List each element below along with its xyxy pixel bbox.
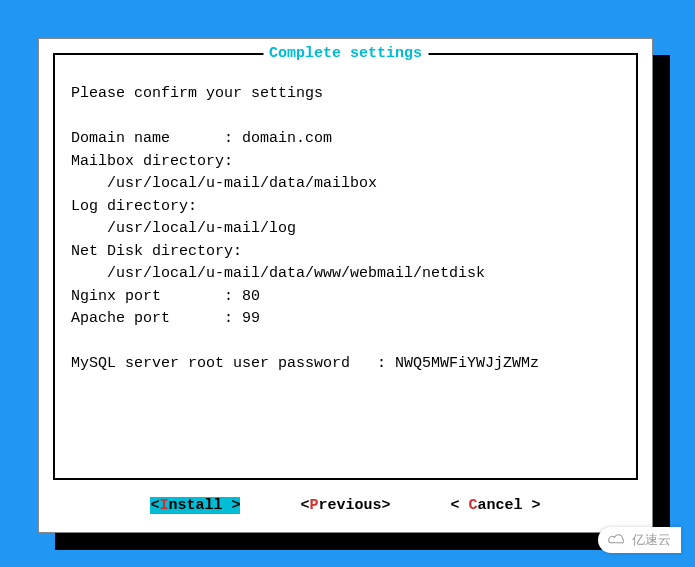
watermark: 亿速云 — [598, 527, 681, 553]
settings-dialog: Complete settings Please confirm your se… — [38, 38, 653, 533]
watermark-text: 亿速云 — [632, 531, 671, 549]
cloud-icon — [606, 532, 628, 548]
dialog-title: Complete settings — [263, 45, 428, 62]
cancel-button[interactable]: < Cancel > — [451, 497, 541, 514]
netdisk-dir-label: Net Disk directory: — [71, 243, 242, 260]
dialog-content: Please confirm your settings Domain name… — [71, 83, 620, 376]
log-dir-value: /usr/local/u-mail/log — [71, 220, 296, 237]
mailbox-dir-label: Mailbox directory: — [71, 153, 233, 170]
nginx-port-value: 80 — [242, 288, 260, 305]
domain-value: domain.com — [242, 130, 332, 147]
apache-port-value: 99 — [242, 310, 260, 327]
mailbox-dir-value: /usr/local/u-mail/data/mailbox — [71, 175, 377, 192]
mysql-pwd-value: NWQ5MWFiYWJjZWMz — [395, 355, 539, 372]
netdisk-dir-value: /usr/local/u-mail/data/www/webmail/netdi… — [71, 265, 485, 282]
dialog-border: Complete settings Please confirm your se… — [53, 53, 638, 480]
previous-button[interactable]: <Previous> — [300, 497, 390, 514]
apache-port-label: Apache port : — [71, 310, 242, 327]
confirm-text: Please confirm your settings — [71, 85, 323, 102]
button-row: <Install > <Previous> < Cancel > — [39, 497, 652, 514]
mysql-pwd-label: MySQL server root user password : — [71, 355, 395, 372]
install-button[interactable]: <Install > — [150, 497, 240, 514]
nginx-port-label: Nginx port : — [71, 288, 242, 305]
log-dir-label: Log directory: — [71, 198, 197, 215]
domain-label: Domain name : — [71, 130, 242, 147]
